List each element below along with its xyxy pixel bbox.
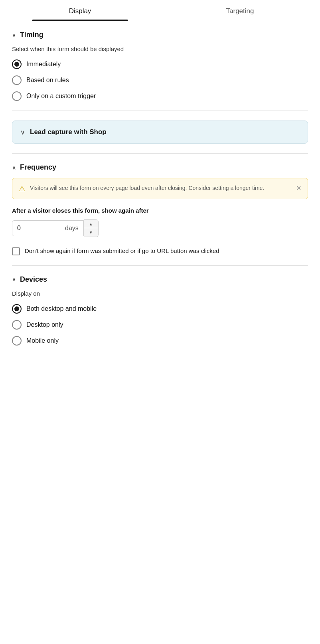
warning-close-button[interactable]: ✕ (296, 184, 301, 192)
devices-chevron-icon: ∧ (12, 276, 16, 282)
lead-capture-chevron-icon: ∨ (20, 128, 25, 136)
timing-option-custom-trigger[interactable]: Only on a custom trigger (12, 91, 308, 101)
days-input[interactable] (12, 221, 60, 236)
tabs-bar: Display Targeting (0, 0, 320, 21)
tab-display[interactable]: Display (0, 0, 160, 21)
timing-options: Immediately Based on rules Only on a cus… (12, 59, 308, 101)
warning-icon: ⚠ (19, 184, 25, 193)
timing-option-immediately[interactable]: Immediately (12, 59, 308, 69)
radio-mobile[interactable] (12, 336, 22, 346)
days-decrement-button[interactable]: ▼ (84, 228, 98, 237)
devices-option-both[interactable]: Both desktop and mobile (12, 304, 308, 314)
days-increment-button[interactable]: ▲ (84, 220, 98, 228)
timing-description: Select when this form should be displaye… (12, 45, 308, 52)
radio-custom-trigger[interactable] (12, 91, 22, 101)
devices-mobile-label: Mobile only (26, 337, 59, 344)
radio-immediately[interactable] (12, 59, 22, 69)
devices-header[interactable]: ∧ Devices (12, 275, 308, 284)
timing-custom-label: Only on a custom trigger (26, 93, 96, 100)
divider-1 (12, 111, 308, 111)
devices-title: Devices (20, 275, 47, 284)
radio-based-on-rules[interactable] (12, 75, 22, 85)
devices-option-desktop[interactable]: Desktop only (12, 320, 308, 330)
days-unit-label: days (60, 221, 83, 236)
devices-desktop-label: Desktop only (26, 321, 63, 328)
frequency-section: ∧ Frequency ⚠ Visitors will see this for… (12, 163, 308, 256)
timing-immediately-label: Immediately (26, 61, 61, 68)
radio-both[interactable] (12, 304, 22, 314)
divider-2 (12, 153, 308, 154)
frequency-chevron-icon: ∧ (12, 164, 16, 171)
devices-both-label: Both desktop and mobile (26, 305, 97, 312)
lead-capture-title: Lead capture with Shop (30, 128, 107, 136)
devices-option-mobile[interactable]: Mobile only (12, 336, 308, 346)
frequency-header[interactable]: ∧ Frequency (12, 163, 308, 172)
warning-text: Visitors will see this form on every pag… (30, 184, 291, 192)
dont-show-again-label: Don't show again if form was submitted o… (25, 247, 219, 256)
dont-show-again-checkbox-item[interactable]: Don't show again if form was submitted o… (12, 247, 308, 256)
timing-chevron-icon: ∧ (12, 32, 16, 38)
frequency-after-close-label: After a visitor closes this form, show a… (12, 207, 308, 214)
timing-rules-label: Based on rules (26, 77, 69, 84)
days-input-row: days ▲ ▼ (12, 219, 308, 237)
main-content: ∧ Timing Select when this form should be… (0, 21, 320, 368)
frequency-warning-banner: ⚠ Visitors will see this form on every p… (12, 178, 308, 199)
radio-desktop[interactable] (12, 320, 22, 330)
timing-header[interactable]: ∧ Timing (12, 31, 308, 39)
days-spinner: ▲ ▼ (84, 219, 99, 237)
lead-capture-section[interactable]: ∨ Lead capture with Shop (12, 121, 308, 144)
tab-targeting[interactable]: Targeting (160, 0, 320, 21)
dont-show-again-checkbox[interactable] (12, 247, 20, 255)
divider-3 (12, 265, 308, 266)
days-input-wrapper: days (12, 220, 84, 236)
frequency-title: Frequency (20, 163, 56, 172)
timing-section: ∧ Timing Select when this form should be… (12, 31, 308, 101)
devices-section: ∧ Devices Display on Both desktop and mo… (12, 275, 308, 346)
timing-option-based-on-rules[interactable]: Based on rules (12, 75, 308, 85)
devices-options: Both desktop and mobile Desktop only Mob… (12, 304, 308, 346)
devices-description: Display on (12, 290, 308, 297)
timing-title: Timing (20, 31, 43, 39)
